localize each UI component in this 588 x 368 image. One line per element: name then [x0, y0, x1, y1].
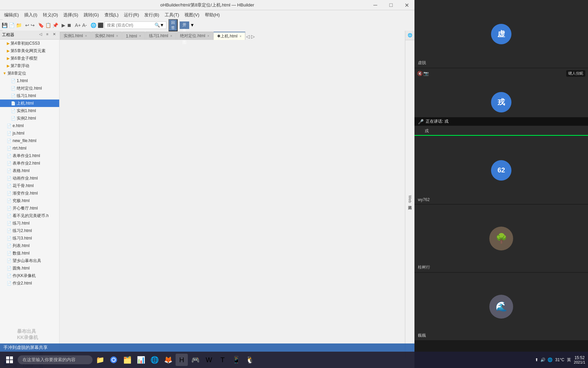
tree-file-flower[interactable]: 📄 花千骨.html — [0, 182, 59, 189]
taskbar-hbuilder[interactable]: H — [176, 354, 188, 366]
tree-file-work[interactable]: 📄 作(KK录像机 — [0, 272, 59, 279]
tree-file-extreme[interactable]: 📄 究极.html — [0, 197, 59, 204]
tree-file-rtrt[interactable]: 📄 rtrt.html — [0, 144, 59, 152]
fp-collapse[interactable]: ◁ — [37, 32, 44, 38]
tab-close-machine[interactable]: × — [240, 34, 242, 38]
toolbar-terminal[interactable]: ⬛ — [97, 21, 104, 29]
tab-close-eg1[interactable]: × — [85, 34, 87, 38]
menu-view[interactable]: 视图(V) — [182, 11, 202, 19]
tree-file-circle[interactable]: 📄 圆角.html — [0, 264, 59, 272]
toolbar-browser[interactable]: 🌐 — [90, 21, 97, 29]
tree-file-abs[interactable]: 📄 绝对定位.html — [0, 85, 59, 92]
tree-folder-ch4[interactable]: ▶ 第4章初始CSS3 — [0, 40, 59, 47]
tree-folder-ch7[interactable]: ▶ 第7章浮动 — [0, 62, 59, 70]
tree-file-machine[interactable]: 📄 上机.html — [0, 99, 59, 107]
tree-file-js[interactable]: 📄 js.html — [0, 129, 59, 137]
menu-convert[interactable]: 转义(O) — [40, 11, 61, 19]
tree-file-e[interactable]: 📄 e.html — [0, 122, 59, 129]
tree-file-table[interactable]: 📄 表格.html — [0, 167, 59, 174]
close-btn[interactable]: ✕ — [399, 0, 414, 10]
tab-eg2[interactable]: 实例2.html × — [91, 32, 122, 40]
taskbar-app1[interactable]: 📱 — [230, 354, 242, 366]
search-icon[interactable]: 🔍 — [154, 22, 160, 28]
tree-file-1[interactable]: 📄 1.html — [0, 77, 59, 85]
video-name-weiwei: 巍巍 — [418, 333, 426, 338]
tree-file-num[interactable]: 📄 数值.html — [0, 249, 59, 257]
menu-select[interactable]: 选择(S) — [61, 11, 81, 19]
tree-file-anim[interactable]: 📄 动画作业.html — [0, 174, 59, 182]
tree-folder-ch6[interactable]: ▶ 第6章盒子模型 — [0, 55, 59, 62]
menu-find[interactable]: 查找(L) — [102, 11, 121, 19]
tree-file-eg2[interactable]: 📄 实例2.html — [0, 114, 59, 122]
tree-file-list[interactable]: 📄 列表.html — [0, 242, 59, 249]
toolbar-run[interactable]: ▶ — [61, 21, 66, 29]
tab-close-abs[interactable]: × — [207, 34, 209, 38]
menu-goto[interactable]: 跳转(G) — [81, 11, 102, 19]
tab-eg1[interactable]: 实例1.html × — [60, 32, 91, 40]
toolbar-save[interactable]: 💾 — [1, 21, 8, 29]
maximize-btn[interactable]: □ — [383, 0, 399, 10]
tab-machine[interactable]: ✱上机.html × — [213, 32, 245, 40]
tab-ex1[interactable]: 练习1.html × — [145, 32, 176, 40]
toolbar-undo[interactable]: ↩ — [25, 21, 30, 29]
tree-file-ex[interactable]: 📄 练习.html — [0, 219, 59, 227]
taskbar-chrome[interactable] — [108, 354, 120, 366]
tree-folder-ch8[interactable]: ▼ 第8章定位 — [0, 70, 59, 77]
tab-1html[interactable]: 1.html × — [122, 32, 145, 40]
fp-close[interactable]: ✕ — [51, 32, 57, 38]
toolbar-new[interactable]: 📄 — [9, 21, 15, 29]
tree-file-restaurant[interactable]: 📄 开心餐厅.html — [0, 204, 59, 212]
tab-close-ex1[interactable]: × — [170, 34, 172, 38]
tree-file-ex2[interactable]: 📄 练习2.html — [0, 227, 59, 234]
toolbar-paste[interactable]: 📌 — [52, 21, 59, 29]
menu-insert[interactable]: 插入(I) — [21, 11, 40, 19]
taskbar-files[interactable]: 📁 — [94, 354, 106, 366]
search-input[interactable] — [107, 23, 154, 28]
minimize-btn[interactable]: ─ — [368, 0, 383, 10]
tree-file-ex1[interactable]: 📄 练习1.html — [0, 92, 59, 99]
answer-btn[interactable]: 回答 — [168, 19, 178, 31]
tree-file-invisible[interactable]: 📄 看不见的完美硬币.h — [0, 212, 59, 219]
start-btn[interactable] — [3, 353, 16, 367]
toolbar-fontdown[interactable]: A- — [82, 21, 87, 29]
tab-close-1html[interactable]: × — [139, 34, 141, 38]
taskbar-search[interactable]: 在这里输入你要搜索的内容 — [18, 355, 93, 364]
taskbar-firefox[interactable]: 🦊 — [162, 354, 174, 366]
taskbar-tencent[interactable]: 🐧 — [244, 354, 256, 366]
taskbar-word[interactable]: W — [203, 354, 215, 366]
taskbar-game[interactable]: 🎮 — [189, 354, 201, 366]
devview-dropdown[interactable]: ▼ — [190, 22, 194, 28]
menu-edit[interactable]: 编辑(E) — [1, 11, 21, 19]
toolbar-fontup[interactable]: A+ — [75, 21, 81, 29]
tree-file-wangxiang[interactable]: 📄 望乡山暴布出具 — [0, 257, 59, 264]
toolbar-stop[interactable]: ⏹ — [66, 21, 72, 29]
tree-file-ex3[interactable]: 📄 练习3.html — [0, 234, 59, 242]
toolbar-folder[interactable]: 📁 — [16, 21, 22, 29]
toolbar-copy[interactable]: 📋 — [45, 21, 51, 29]
tab-abs[interactable]: 绝对定位.html × — [176, 32, 213, 40]
taskbar-text[interactable]: T — [216, 354, 229, 366]
toolbar-redo[interactable]: ↪ — [30, 21, 35, 29]
tabs-scroll-left[interactable]: ◁ — [245, 33, 250, 40]
taskbar-explorer[interactable]: 🗂️ — [121, 354, 133, 366]
menu-tools[interactable]: 工具(T) — [162, 11, 182, 19]
tree-file-form2[interactable]: 📄 表单作业2.html — [0, 159, 59, 167]
taskbar-ppt[interactable]: 📊 — [135, 354, 147, 366]
tree-file-work2[interactable]: 📄 作业2.html — [0, 279, 59, 287]
search-box[interactable]: 🔍 ▼ — [104, 21, 167, 29]
taskbar-edge[interactable]: 🌐 — [148, 354, 161, 366]
toolbar-bookmark[interactable]: 🔖 — [38, 21, 44, 29]
menu-publish[interactable]: 发行(B) — [142, 11, 162, 19]
menu-run[interactable]: 运行(R) — [121, 11, 142, 19]
tree-file-eg1[interactable]: 📄 实例1.html — [0, 107, 59, 114]
fp-expand[interactable]: ≡ — [44, 32, 50, 38]
menu-help[interactable]: 帮助(H) — [202, 11, 223, 19]
tree-file-new[interactable]: 📄 new_file.html — [0, 137, 59, 144]
tree-file-grad[interactable]: 📄 渐变作业.html — [0, 189, 59, 197]
tree-folder-ch5[interactable]: ▶ 第5章美化网页元素 — [0, 47, 59, 55]
tabs-scroll-right[interactable]: ▷ — [250, 33, 256, 40]
search-dropdown[interactable]: ▼ — [160, 22, 164, 28]
devview-btn[interactable]: 开发视图 — [180, 21, 189, 29]
tab-close-eg2[interactable]: × — [116, 34, 118, 38]
tree-file-form1[interactable]: 📄 表单作业1.html — [0, 152, 59, 159]
